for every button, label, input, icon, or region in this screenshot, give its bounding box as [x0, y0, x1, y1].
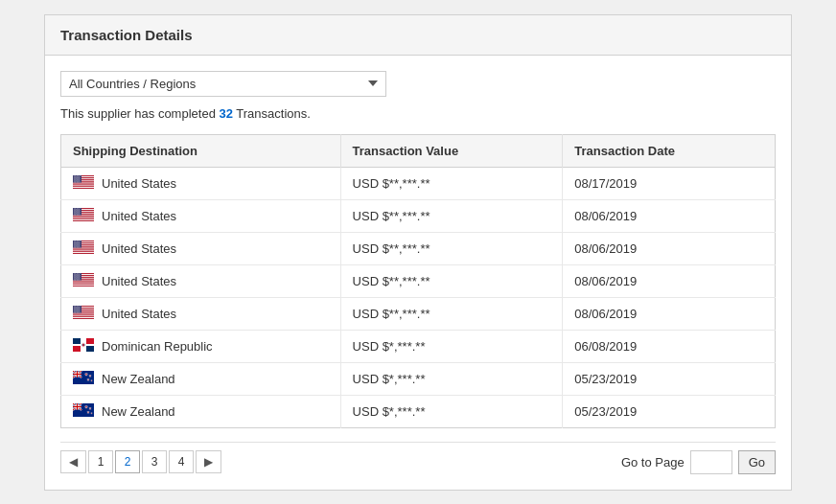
next-page-button[interactable]: ▶ [196, 450, 221, 473]
svg-point-117 [75, 243, 76, 244]
flag-icon [73, 175, 94, 192]
svg-point-193 [74, 306, 75, 307]
col-transaction-value: Transaction Value [340, 134, 563, 167]
shipping-destination-cell: United States [61, 167, 341, 199]
svg-point-26 [80, 177, 81, 178]
svg-point-109 [76, 241, 77, 242]
svg-rect-55 [73, 218, 94, 218]
svg-point-133 [78, 246, 79, 247]
svg-point-194 [75, 306, 76, 307]
pagination: ◀ 1 2 3 4 ▶ Go to Page Go [60, 442, 776, 474]
transaction-date-cell: 08/06/2019 [563, 199, 776, 232]
svg-point-202 [74, 308, 75, 309]
svg-point-213 [77, 309, 78, 310]
svg-point-24 [77, 177, 78, 178]
svg-rect-229 [86, 346, 94, 352]
svg-point-207 [75, 309, 76, 309]
svg-point-33 [77, 179, 78, 180]
svg-point-82 [76, 213, 77, 214]
transaction-date-cell: 05/23/2019 [563, 362, 776, 395]
transaction-count: 32 [219, 106, 232, 121]
transaction-value-cell: USD $**,***.** [340, 199, 563, 232]
svg-point-18 [75, 176, 76, 177]
table-row: United StatesUSD $**,***.**08/06/2019 [61, 264, 776, 297]
transaction-date-cell: 08/06/2019 [563, 297, 776, 330]
svg-point-212 [75, 309, 76, 310]
svg-point-120 [79, 243, 80, 244]
svg-point-205 [78, 308, 79, 309]
svg-point-74 [78, 211, 79, 212]
svg-point-170 [80, 277, 81, 278]
svg-rect-145 [73, 283, 94, 284]
svg-point-85 [74, 214, 75, 215]
svg-point-32 [75, 179, 76, 180]
svg-rect-52 [73, 215, 94, 216]
table-header-row: Shipping Destination Transaction Value T… [61, 134, 776, 167]
svg-point-121 [74, 244, 75, 245]
svg-point-112 [74, 242, 75, 243]
flag-icon [73, 403, 94, 420]
svg-point-59 [75, 208, 76, 209]
filter-row: All Countries / Regions [60, 71, 776, 97]
svg-rect-143 [73, 281, 94, 282]
svg-point-61 [78, 208, 79, 209]
svg-point-106 [78, 241, 79, 241]
svg-point-67 [74, 210, 75, 211]
svg-point-22 [74, 177, 75, 178]
go-button[interactable]: Go [738, 450, 776, 474]
svg-point-158 [75, 275, 76, 276]
go-to-page-input[interactable] [690, 450, 732, 474]
svg-point-200 [78, 307, 79, 308]
transaction-value-cell: USD $**,***.** [340, 297, 563, 330]
svg-point-43 [78, 181, 79, 182]
svg-point-14 [75, 175, 76, 176]
svg-point-123 [77, 244, 78, 245]
svg-rect-254 [73, 406, 81, 407]
country-region-dropdown[interactable]: All Countries / Regions [60, 71, 386, 97]
svg-point-197 [80, 306, 81, 307]
transactions-table: Shipping Destination Transaction Value T… [60, 134, 776, 428]
svg-point-122 [75, 244, 76, 245]
page-2-button[interactable]: 2 [115, 450, 140, 473]
svg-point-70 [78, 210, 79, 211]
svg-point-130 [74, 246, 75, 247]
svg-point-80 [80, 212, 81, 213]
page-1-button[interactable]: 1 [88, 450, 113, 473]
prev-page-button[interactable]: ◀ [60, 450, 86, 473]
svg-point-215 [80, 309, 81, 310]
table-row: Dominican RepublicUSD $*,***.**06/08/201… [61, 330, 776, 362]
svg-rect-241 [73, 374, 81, 375]
svg-rect-97 [73, 247, 94, 248]
svg-point-172 [76, 278, 77, 279]
svg-point-222 [77, 311, 78, 312]
svg-point-219 [79, 310, 80, 311]
svg-point-152 [80, 273, 81, 274]
flag-icon [73, 241, 94, 257]
panel-header: Transaction Details [45, 15, 791, 56]
svg-point-223 [78, 311, 79, 312]
svg-point-38 [78, 180, 79, 181]
page-controls: ◀ 1 2 3 4 ▶ [60, 450, 221, 473]
svg-point-83 [78, 213, 79, 214]
country-name: Dominican Republic [102, 339, 213, 354]
svg-point-164 [78, 276, 79, 277]
transaction-date-cell: 05/23/2019 [563, 395, 776, 427]
svg-point-209 [78, 309, 79, 309]
flag-icon [73, 208, 94, 224]
page-4-button[interactable]: 4 [169, 450, 194, 473]
svg-point-157 [74, 275, 75, 276]
svg-point-72 [75, 211, 76, 212]
panel-title: Transaction Details [60, 27, 776, 43]
svg-point-35 [80, 179, 81, 180]
svg-point-103 [74, 241, 75, 241]
svg-rect-190 [73, 315, 94, 316]
svg-point-196 [78, 306, 79, 307]
svg-point-178 [78, 279, 79, 280]
svg-point-179 [80, 279, 81, 280]
page-3-button[interactable]: 3 [142, 450, 167, 473]
svg-point-17 [80, 175, 81, 176]
table-row: New ZealandUSD $*,***.**05/23/2019 [61, 362, 776, 395]
transaction-value-cell: USD $*,***.** [340, 330, 563, 362]
svg-point-64 [76, 209, 77, 210]
svg-point-28 [76, 178, 77, 179]
